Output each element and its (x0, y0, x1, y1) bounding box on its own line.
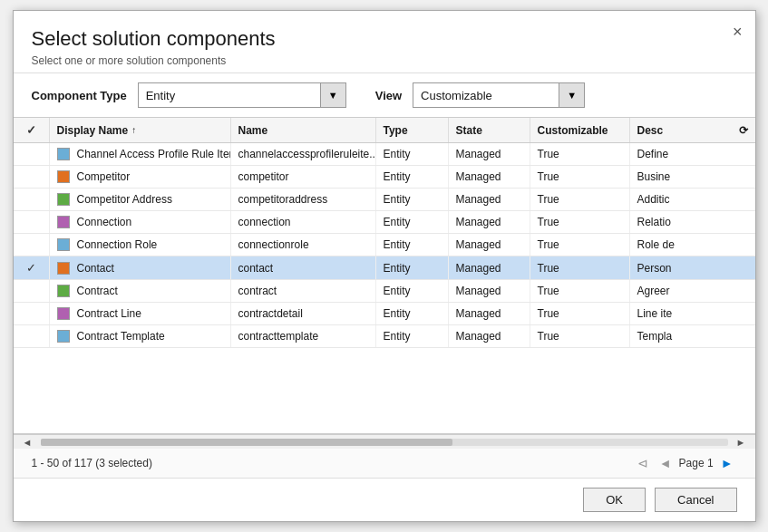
view-dropdown-icon[interactable]: ▼ (559, 83, 584, 107)
row-customizable: True (530, 189, 630, 210)
col-type[interactable]: Type (376, 118, 449, 142)
row-entity-icon (57, 216, 70, 228)
row-desc: Templa (630, 325, 755, 347)
row-customizable: True (530, 234, 630, 256)
row-name: competitoraddress (231, 189, 376, 210)
row-display-name: Channel Access Profile Rule Item (50, 143, 231, 165)
col-name[interactable]: Name (231, 118, 376, 142)
component-type-select[interactable]: Entity ▼ (138, 82, 346, 108)
scroll-track[interactable] (41, 439, 728, 446)
scroll-thumb[interactable] (41, 439, 453, 446)
row-entity-icon (57, 148, 70, 160)
scroll-left-icon[interactable]: ◄ (23, 437, 33, 448)
row-state: Managed (449, 234, 530, 256)
col-desc[interactable]: Desc ⟳ (630, 118, 755, 142)
dialog-subtitle: Select one or more solution components (32, 54, 737, 67)
row-type: Entity (376, 325, 449, 347)
row-check[interactable] (14, 303, 50, 324)
view-select[interactable]: Customizable ▼ (413, 82, 585, 108)
row-state: Managed (449, 166, 530, 188)
table-row[interactable]: Competitor AddresscompetitoraddressEntit… (14, 189, 755, 211)
row-name: contracttemplate (231, 325, 376, 347)
row-display-name: Connection (50, 211, 231, 233)
row-check[interactable] (14, 234, 50, 256)
row-entity-icon (57, 285, 70, 297)
row-desc: Person (630, 256, 755, 279)
prev-page-button[interactable]: ◄ (656, 454, 676, 472)
row-state: Managed (449, 189, 530, 210)
row-name: channelaccessprofileruleite... (231, 143, 376, 165)
col-customizable[interactable]: Customizable (530, 118, 630, 142)
horizontal-scrollbar[interactable]: ◄ ► (14, 434, 755, 449)
row-state: Managed (449, 256, 530, 279)
row-check[interactable] (14, 189, 50, 210)
cancel-button[interactable]: Cancel (655, 488, 736, 512)
col-state[interactable]: State (449, 118, 530, 142)
component-type-label: Component Type (32, 89, 127, 102)
row-state: Managed (449, 143, 530, 165)
row-customizable: True (530, 256, 630, 279)
row-entity-icon (57, 307, 70, 320)
first-page-button[interactable]: ⊲ (634, 454, 652, 472)
dialog-actions: OK Cancel (14, 479, 755, 521)
row-name: contract (231, 280, 376, 302)
row-desc: Additic (630, 189, 755, 210)
row-check[interactable] (14, 166, 50, 188)
row-type: Entity (376, 143, 449, 165)
row-display-name: Contract Line (50, 303, 231, 324)
row-name: competitor (231, 166, 376, 188)
row-check[interactable] (14, 211, 50, 233)
ok-button[interactable]: OK (583, 488, 646, 512)
row-name: connection (231, 211, 376, 233)
row-type: Entity (376, 256, 449, 279)
table-row[interactable]: Channel Access Profile Rule Itemchannela… (14, 143, 755, 166)
table-row[interactable]: ConnectionconnectionEntityManagedTrueRel… (14, 211, 755, 234)
row-type: Entity (376, 166, 449, 188)
row-type: Entity (376, 189, 449, 210)
row-desc: Busine (630, 166, 755, 188)
row-entity-icon (57, 170, 70, 183)
col-display-name[interactable]: Display Name ↑ (50, 118, 231, 142)
table-header: ✓ Display Name ↑ Name Type State Customi… (14, 118, 755, 143)
row-desc: Define (630, 143, 755, 165)
refresh-icon[interactable]: ⟳ (739, 124, 748, 137)
row-name: contact (231, 256, 376, 279)
row-customizable: True (530, 303, 630, 324)
row-check[interactable] (14, 143, 50, 165)
row-customizable: True (530, 211, 630, 233)
row-check[interactable] (14, 280, 50, 302)
table-row[interactable]: Contract TemplatecontracttemplateEntityM… (14, 325, 755, 348)
table-row[interactable]: CompetitorcompetitorEntityManagedTrueBus… (14, 166, 755, 189)
row-display-name: Contract (50, 280, 231, 302)
row-desc: Line ite (630, 303, 755, 324)
table-row[interactable]: Connection RoleconnectionroleEntityManag… (14, 234, 755, 256)
row-customizable: True (530, 280, 630, 302)
table-row[interactable]: Contract LinecontractdetailEntityManaged… (14, 303, 755, 325)
row-state: Managed (449, 211, 530, 233)
sort-asc-icon: ↑ (131, 125, 136, 135)
view-value: Customizable (413, 89, 559, 102)
record-count: 1 - 50 of 117 (3 selected) (32, 457, 152, 469)
table-row[interactable]: ✓ContactcontactEntityManagedTruePerson (14, 256, 755, 280)
row-display-name: Contract Template (50, 325, 231, 347)
next-page-button[interactable]: ► (717, 454, 737, 472)
row-desc: Role de (630, 234, 755, 256)
row-state: Managed (449, 303, 530, 324)
close-button[interactable]: × (733, 24, 743, 40)
row-customizable: True (530, 143, 630, 165)
row-type: Entity (376, 303, 449, 324)
row-check[interactable] (14, 325, 50, 347)
row-name: contractdetail (231, 303, 376, 324)
table-row[interactable]: ContractcontractEntityManagedTrueAgreer (14, 280, 755, 303)
row-entity-icon (57, 330, 70, 343)
footer-bar: 1 - 50 of 117 (3 selected) ⊲ ◄ Page 1 ► (14, 449, 755, 479)
table-body: Channel Access Profile Rule Itemchannela… (14, 143, 755, 433)
row-display-name: Competitor (50, 166, 231, 188)
component-type-dropdown-icon[interactable]: ▼ (320, 83, 345, 107)
row-check[interactable]: ✓ (14, 256, 50, 279)
row-entity-icon (57, 193, 70, 206)
row-state: Managed (449, 325, 530, 347)
scroll-right-icon[interactable]: ► (736, 437, 746, 448)
dialog-header: Select solution components Select one or… (14, 11, 755, 73)
row-type: Entity (376, 211, 449, 233)
